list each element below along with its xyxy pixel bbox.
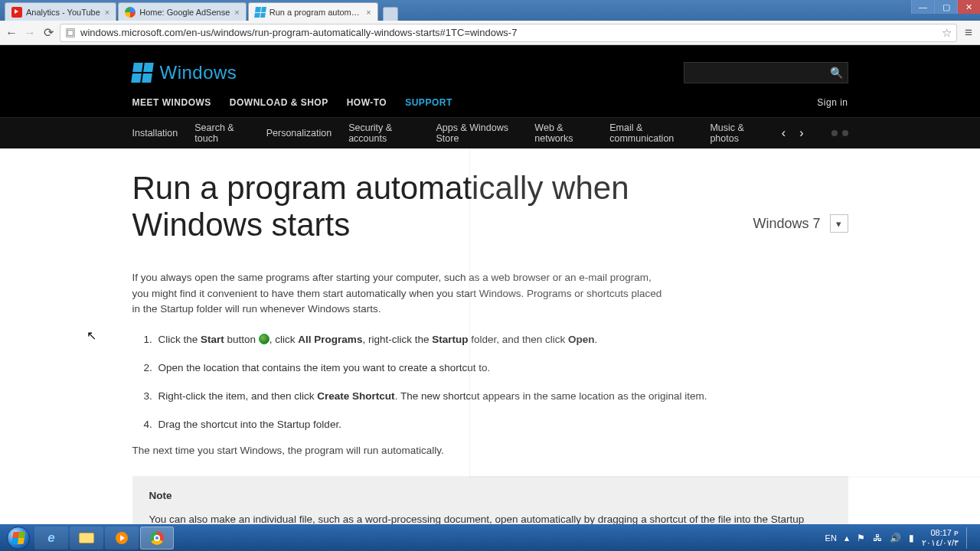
site-search[interactable]: 🔍 (684, 62, 848, 83)
step-4: Drag the shortcut into the Startup folde… (155, 416, 848, 434)
address-bar[interactable]: ☆ (60, 24, 957, 42)
start-button[interactable] (3, 524, 34, 551)
tray-clock[interactable]: 08:17 ᴘ ٢٠١٤/٠٧/٣ (922, 528, 959, 546)
browser-tab-0[interactable]: Analytics - YouTube × (5, 2, 116, 21)
mouse-cursor-icon: ↖ (87, 328, 96, 343)
nav-how-to[interactable]: HOW-TO (347, 97, 387, 108)
subnav-pagination-dots (831, 130, 848, 136)
note-heading: Note (149, 488, 831, 504)
site-header: Windows 🔍 MEET WINDOWS DOWNLOAD & SHOP H… (0, 45, 980, 148)
taskbar-explorer[interactable] (70, 527, 103, 549)
svg-rect-1 (68, 30, 74, 35)
taskbar: e EN ▴ ⚑ 🖧 🔊 ▮ 08:17 ᴘ ٢٠١٤/٠٧/٣ (0, 524, 980, 551)
article: Run a program automatically when Windows… (132, 148, 848, 524)
clock-date: ٢٠١٤/٠٧/٣ (922, 538, 959, 547)
browser-tab-2[interactable]: Run a program automatic × (248, 2, 378, 21)
url-input[interactable] (80, 27, 937, 38)
start-orb-icon (259, 334, 270, 344)
subnav-security-accounts[interactable]: Security & accounts (348, 122, 419, 144)
nav-download-shop[interactable]: DOWNLOAD & SHOP (230, 97, 328, 108)
version-label: Windows 7 (753, 216, 820, 232)
file-explorer-icon (79, 533, 94, 543)
steps-list: Click the Start button , click All Progr… (155, 331, 848, 434)
subnav-personalization[interactable]: Personalization (266, 128, 332, 139)
step-3: Right-click the item, and then click Cre… (155, 388, 848, 406)
window-maximize-button[interactable]: ▢ (934, 0, 957, 14)
subnav-next-icon[interactable]: › (799, 126, 803, 140)
start-orb-icon (7, 527, 30, 549)
tab-title: Analytics - YouTube (26, 8, 100, 17)
window-controls: — ▢ ✕ (911, 0, 980, 14)
subnav-apps-store[interactable]: Apps & Windows Store (436, 122, 518, 144)
page-viewport: Windows 🔍 MEET WINDOWS DOWNLOAD & SHOP H… (0, 45, 980, 524)
subnav-email-communication[interactable]: Email & communication (609, 122, 693, 144)
tray-flag-icon[interactable]: ⚑ (857, 533, 865, 543)
page-title: Run a program automatically when Windows… (132, 170, 714, 244)
search-icon[interactable]: 🔍 (830, 67, 843, 79)
browser-tab-1[interactable]: Home: Google AdSense × (118, 2, 246, 21)
nav-back-button[interactable]: ← (5, 26, 18, 40)
subnav-search-touch[interactable]: Search & touch (194, 122, 249, 144)
tray-network-icon[interactable]: 🖧 (873, 533, 882, 543)
subnav-installation[interactable]: Installation (132, 128, 178, 139)
taskbar-ie[interactable]: e (34, 527, 68, 549)
tray-battery-icon[interactable]: ▮ (909, 533, 914, 543)
version-selector[interactable]: Windows 7 ▾ (753, 214, 848, 233)
brand-text: Windows (160, 62, 237, 83)
browser-toolbar: ← → ⟳ ☆ ≡ (0, 21, 980, 45)
nav-support[interactable]: SUPPORT (405, 97, 452, 108)
step-2: Open the location that contains the item… (155, 360, 848, 377)
bookmark-star-icon[interactable]: ☆ (942, 26, 952, 40)
chevron-down-icon[interactable]: ▾ (830, 214, 848, 233)
tab-close-icon[interactable]: × (105, 8, 109, 17)
sign-in-link[interactable]: Sign in (817, 97, 848, 108)
tab-close-icon[interactable]: × (366, 8, 371, 17)
article-followup: The next time you start Windows, the pro… (132, 445, 848, 456)
browser-titlebar: Analytics - YouTube × Home: Google AdSen… (0, 0, 980, 21)
tab-title: Run a program automatic (270, 8, 362, 17)
tab-close-icon[interactable]: × (234, 8, 239, 17)
youtube-icon (11, 7, 22, 18)
subnav-music-photos[interactable]: Music & photos (710, 122, 764, 144)
window-minimize-button[interactable]: — (911, 0, 934, 14)
step-1: Click the Start button , click All Progr… (155, 331, 848, 349)
nav-forward-button[interactable]: → (23, 26, 37, 40)
taskbar-chrome[interactable] (140, 527, 174, 549)
tray-lang[interactable]: EN (825, 533, 837, 543)
secondary-nav: Installation Search & touch Personalizat… (0, 117, 980, 148)
taskbar-media-player[interactable] (105, 527, 139, 549)
nav-meet-windows[interactable]: MEET WINDOWS (132, 97, 211, 108)
site-brand[interactable]: Windows (132, 62, 237, 83)
nav-reload-button[interactable]: ⟳ (41, 26, 55, 40)
windows-icon (254, 7, 266, 18)
article-intro: If you always open the same programs aft… (132, 270, 668, 318)
subnav-prev-icon[interactable]: ‹ (782, 126, 786, 140)
note-body: You can also make an individual file, su… (149, 512, 831, 524)
primary-nav: MEET WINDOWS DOWNLOAD & SHOP HOW-TO SUPP… (132, 91, 848, 117)
windows-logo-icon (131, 63, 154, 83)
site-search-input[interactable] (689, 67, 830, 78)
tray-show-hidden-icon[interactable]: ▴ (844, 533, 849, 543)
tab-title: Home: Google AdSense (139, 8, 230, 17)
internet-explorer-icon: e (47, 530, 54, 546)
note-box: Note You can also make an individual fil… (132, 476, 848, 524)
show-desktop-button[interactable] (966, 527, 972, 549)
clock-time: 08:17 ᴘ (922, 528, 959, 537)
site-identity-icon (65, 28, 76, 38)
new-tab-button[interactable] (383, 7, 398, 21)
system-tray: EN ▴ ⚑ 🖧 🔊 ▮ 08:17 ᴘ ٢٠١٤/٠٧/٣ (825, 527, 977, 549)
window-close-button[interactable]: ✕ (957, 0, 980, 14)
google-icon (125, 7, 136, 18)
media-player-icon (116, 532, 128, 544)
tray-volume-icon[interactable]: 🔊 (890, 533, 901, 543)
chrome-menu-button[interactable]: ≡ (962, 25, 975, 41)
chrome-icon (150, 531, 164, 545)
subnav-web-networks[interactable]: Web & networks (534, 122, 593, 144)
